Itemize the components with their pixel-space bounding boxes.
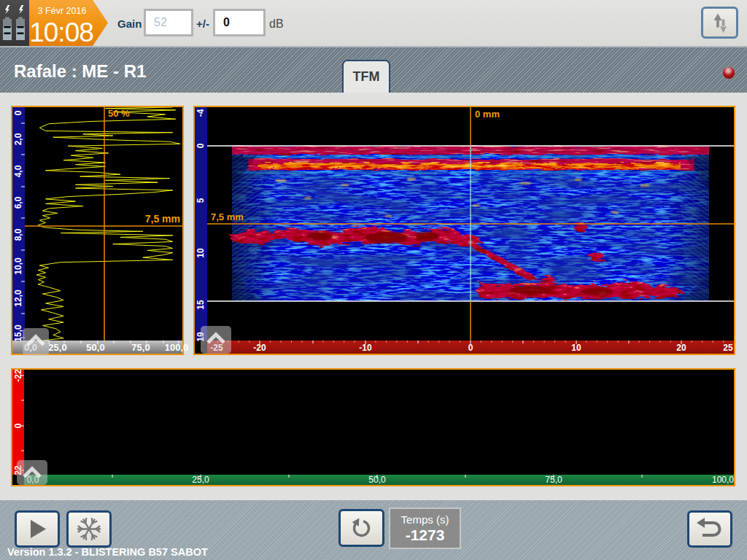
svg-text:7,5 mm: 7,5 mm — [145, 213, 180, 225]
svg-text:7,5 mm: 7,5 mm — [211, 211, 244, 222]
svg-text:25: 25 — [723, 343, 733, 353]
svg-text:0 mm: 0 mm — [475, 109, 500, 120]
svg-text:0: 0 — [468, 343, 473, 353]
svg-text:20: 20 — [676, 343, 686, 353]
svg-text:25,0: 25,0 — [192, 475, 209, 485]
svg-text:75,0: 75,0 — [545, 475, 562, 485]
svg-text:100,0: 100,0 — [712, 475, 734, 485]
svg-text:-20: -20 — [253, 343, 266, 353]
svg-text:50,0: 50,0 — [368, 475, 386, 485]
svg-text:-10: -10 — [359, 343, 372, 353]
svg-text:50 %: 50 % — [108, 108, 130, 119]
svg-text:10: 10 — [571, 343, 581, 353]
